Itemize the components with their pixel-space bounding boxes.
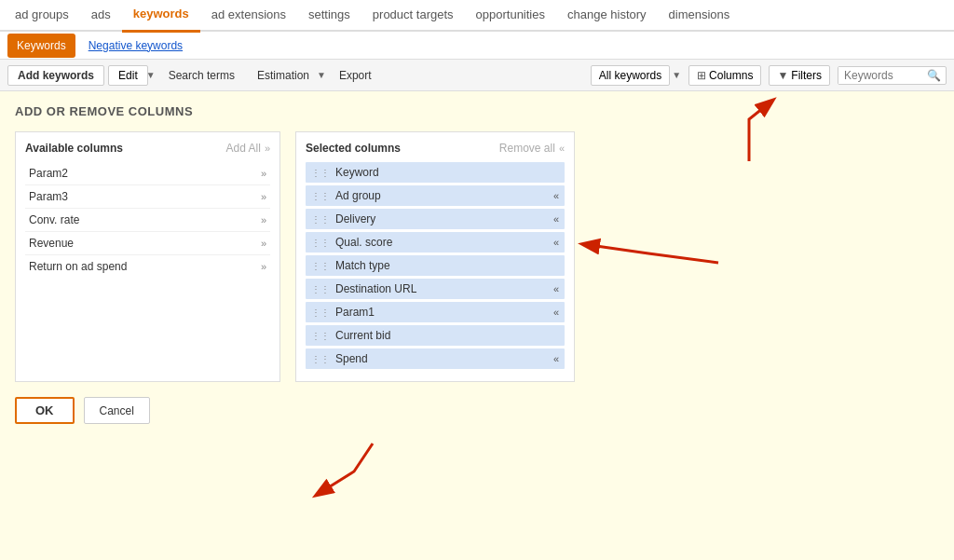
available-columns-panel: Available columns Add All » Param2 » Par… bbox=[15, 131, 280, 382]
avail-col-header: Available columns Add All » bbox=[25, 142, 270, 155]
sel-item-label: Current bid bbox=[335, 329, 559, 342]
remove-item-arrow[interactable]: « bbox=[553, 307, 559, 318]
columns-panel: Available columns Add All » Param2 » Par… bbox=[15, 131, 939, 382]
drag-handle-icon: ⋮⋮ bbox=[311, 354, 330, 364]
all-keywords-dropdown-icon[interactable]: ▼ bbox=[672, 70, 681, 80]
avail-item-arrow[interactable]: » bbox=[261, 214, 266, 225]
avail-item-revenue: Revenue » bbox=[25, 232, 270, 255]
cancel-button[interactable]: Cancel bbox=[84, 397, 150, 424]
nav-keywords[interactable]: keywords bbox=[122, 0, 200, 33]
nav-ad-extensions[interactable]: ad extensions bbox=[200, 0, 297, 31]
avail-item-label: Param2 bbox=[29, 167, 68, 180]
nav-ads[interactable]: ads bbox=[80, 0, 122, 31]
avail-item-label: Return on ad spend bbox=[29, 260, 127, 273]
sel-col-header: Selected columns Remove all « bbox=[306, 142, 565, 155]
avail-item-param2: Param2 » bbox=[25, 162, 270, 185]
search-icon[interactable]: 🔍 bbox=[922, 67, 946, 84]
avail-item-arrow[interactable]: » bbox=[261, 238, 266, 249]
all-keywords-button[interactable]: All keywords bbox=[591, 65, 670, 86]
avail-item-label: Revenue bbox=[29, 237, 74, 250]
avail-item-arrow[interactable]: » bbox=[261, 261, 266, 272]
search-box: 🔍 bbox=[838, 66, 947, 85]
avail-item-label: Conv. rate bbox=[29, 213, 79, 226]
main-content: ADD OR REMOVE COLUMNS Available columns … bbox=[0, 91, 954, 560]
drag-handle-icon: ⋮⋮ bbox=[311, 331, 330, 341]
toolbar-right: All keywords ▼ ⊞ Columns ▼ Filters 🔍 bbox=[591, 65, 947, 86]
remove-item-arrow[interactable]: « bbox=[553, 190, 559, 201]
remove-all-button[interactable]: Remove all « bbox=[499, 142, 565, 155]
sel-item-label: Match type bbox=[335, 259, 559, 272]
sel-item-param1[interactable]: ⋮⋮ Param1 « bbox=[306, 302, 565, 322]
sel-item-label: Param1 bbox=[335, 306, 553, 319]
remove-item-arrow[interactable]: « bbox=[553, 283, 559, 294]
drag-handle-icon: ⋮⋮ bbox=[311, 238, 330, 248]
remove-item-arrow[interactable]: « bbox=[553, 237, 559, 248]
remove-all-double-arrow: « bbox=[559, 143, 565, 154]
columns-button[interactable]: ⊞ Columns bbox=[688, 65, 761, 86]
avail-item-label: Param3 bbox=[29, 190, 68, 203]
selected-columns-panel: Selected columns Remove all « ⋮⋮ Keyword… bbox=[295, 131, 575, 382]
export-button[interactable]: Export bbox=[330, 66, 381, 85]
drag-handle-icon: ⋮⋮ bbox=[311, 307, 330, 318]
nav-product-targets[interactable]: product targets bbox=[361, 0, 465, 31]
sel-item-match-type[interactable]: ⋮⋮ Match type bbox=[306, 255, 565, 276]
add-all-button[interactable]: Add All » bbox=[226, 142, 270, 155]
nav-settings[interactable]: settings bbox=[297, 0, 361, 31]
search-input[interactable] bbox=[838, 67, 922, 84]
edit-button[interactable]: Edit bbox=[108, 65, 148, 86]
estimation-dropdown-icon[interactable]: ▼ bbox=[317, 70, 326, 80]
add-all-label: Add All bbox=[226, 142, 261, 155]
sel-item-label: Ad group bbox=[335, 189, 553, 202]
tab-negative-keywords[interactable]: Negative keywords bbox=[79, 34, 192, 58]
add-all-double-arrow: » bbox=[265, 143, 270, 154]
nav-dimensions[interactable]: dimensions bbox=[658, 0, 742, 31]
drag-handle-icon: ⋮⋮ bbox=[311, 284, 330, 294]
avail-item-roas: Return on ad spend » bbox=[25, 255, 270, 278]
drag-handle-icon: ⋮⋮ bbox=[311, 191, 330, 201]
sel-item-label: Qual. score bbox=[335, 236, 553, 249]
sel-item-label: Delivery bbox=[335, 212, 553, 225]
remove-item-arrow[interactable]: « bbox=[553, 353, 559, 364]
filters-button[interactable]: ▼ Filters bbox=[769, 65, 830, 86]
sel-item-keyword[interactable]: ⋮⋮ Keyword bbox=[306, 162, 565, 183]
toolbar: Add keywords Edit ▼ Search terms Estimat… bbox=[0, 60, 954, 91]
avail-item-param3: Param3 » bbox=[25, 185, 270, 209]
sel-col-title: Selected columns bbox=[306, 142, 401, 155]
top-nav: ad groups ads keywords ad extensions set… bbox=[0, 0, 954, 32]
tab-keywords[interactable]: Keywords bbox=[7, 34, 75, 58]
avail-item-arrow[interactable]: » bbox=[261, 168, 266, 179]
sel-item-label: Spend bbox=[335, 352, 553, 365]
estimation-button[interactable]: Estimation bbox=[248, 66, 319, 85]
nav-change-history[interactable]: change history bbox=[556, 0, 658, 31]
add-keywords-button[interactable]: Add keywords bbox=[7, 65, 104, 86]
sel-item-label: Keyword bbox=[335, 166, 559, 179]
nav-opportunities[interactable]: opportunities bbox=[465, 0, 556, 31]
avail-item-arrow[interactable]: » bbox=[261, 191, 266, 202]
remove-item-arrow[interactable]: « bbox=[553, 213, 559, 225]
columns-icon: ⊞ bbox=[697, 69, 706, 82]
remove-all-label: Remove all bbox=[499, 142, 555, 155]
sel-item-ad-group[interactable]: ⋮⋮ Ad group « bbox=[306, 185, 565, 206]
sub-nav: Keywords Negative keywords bbox=[0, 32, 954, 60]
filters-label: Filters bbox=[791, 69, 822, 82]
search-terms-button[interactable]: Search terms bbox=[159, 66, 244, 85]
red-arrow-match-type bbox=[298, 439, 410, 504]
sel-item-current-bid[interactable]: ⋮⋮ Current bid bbox=[306, 325, 565, 346]
sel-item-spend[interactable]: ⋮⋮ Spend « bbox=[306, 348, 565, 369]
section-title: ADD OR REMOVE COLUMNS bbox=[15, 104, 939, 118]
drag-handle-icon: ⋮⋮ bbox=[311, 261, 330, 271]
drag-handle-icon: ⋮⋮ bbox=[311, 168, 330, 178]
red-arrow-qual bbox=[574, 216, 723, 272]
filter-icon: ▼ bbox=[777, 69, 788, 82]
ok-button[interactable]: OK bbox=[15, 397, 75, 424]
sel-item-delivery[interactable]: ⋮⋮ Delivery « bbox=[306, 209, 565, 229]
columns-label: Columns bbox=[709, 69, 753, 82]
drag-handle-icon: ⋮⋮ bbox=[311, 214, 330, 225]
sel-item-dest-url[interactable]: ⋮⋮ Destination URL « bbox=[306, 279, 565, 299]
avail-item-conv-rate: Conv. rate » bbox=[25, 209, 270, 232]
nav-ad-groups[interactable]: ad groups bbox=[4, 0, 80, 31]
sel-item-label: Destination URL bbox=[335, 282, 553, 295]
edit-dropdown-icon[interactable]: ▼ bbox=[146, 70, 156, 80]
avail-col-title: Available columns bbox=[25, 142, 123, 155]
sel-item-qual-score[interactable]: ⋮⋮ Qual. score « bbox=[306, 232, 565, 253]
